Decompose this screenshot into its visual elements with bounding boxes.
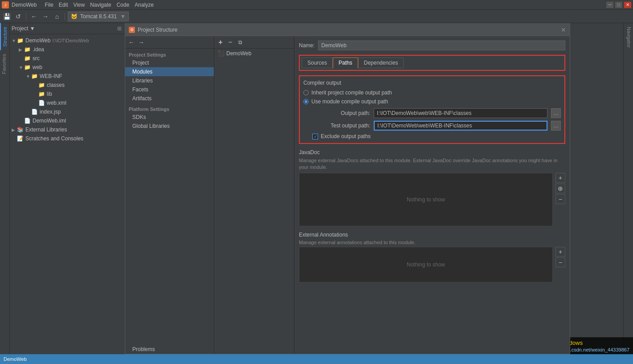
ps-nav-modules[interactable]: Modules — [125, 67, 214, 76]
favorites-tab[interactable]: Favorites — [0, 50, 9, 78]
project-structure-dialog: ⚙ Project Structure ✕ ← → Project Settin… — [125, 23, 570, 354]
copy-module-button[interactable]: ⧉ — [236, 38, 245, 47]
project-dropdown[interactable]: Project ▼ — [12, 25, 35, 32]
home-button[interactable]: ⌂ — [52, 12, 62, 21]
ps-nav-facets[interactable]: Facets — [125, 85, 214, 94]
left-panel-tabs: Structure Favorites — [0, 23, 10, 354]
add-module-button[interactable]: + — [216, 38, 225, 47]
ps-nav-sdks[interactable]: SDKs — [125, 113, 214, 122]
javadoc-description: Manage external JavaDocs attached to thi… — [299, 157, 565, 171]
tree-item-scratches[interactable]: 📝 Scratches and Consoles — [10, 134, 134, 143]
javadoc-add-button[interactable]: + — [555, 173, 565, 183]
app-title: DemoWeb — [12, 2, 37, 8]
javadoc-nothing: Nothing to show — [407, 196, 445, 203]
name-label: Name: — [299, 42, 314, 49]
name-input[interactable] — [318, 41, 565, 50]
run-config-dropdown[interactable]: 🐱 Tomcat 8.5.431 ▼ — [68, 12, 129, 21]
right-tab-1[interactable]: Navigator — [624, 23, 633, 51]
ext-annotations-title: External Annotations — [299, 232, 565, 238]
right-panel-tabs: Navigator — [623, 23, 633, 354]
menu-file[interactable]: File — [42, 1, 56, 9]
external-annotations-section: External Annotations Manage external ann… — [299, 232, 565, 282]
platform-settings-label: Platform Settings — [125, 103, 214, 113]
menu-analyze[interactable]: Analyze — [132, 1, 156, 9]
collapse-all-button[interactable]: ⊞ — [115, 25, 123, 33]
compiler-output-title: Compiler output — [303, 80, 561, 86]
tree-item-webxml[interactable]: 📄 web.xml — [10, 98, 134, 107]
forward-button[interactable]: → — [41, 12, 50, 21]
app-icon: J — [2, 1, 9, 8]
ps-nav-artifacts[interactable]: Artifacts — [125, 94, 214, 103]
ps-left-nav: ← → Project Settings Project Modules Lib… — [125, 36, 214, 354]
compiler-output-section: Compiler output Inherit project compile … — [299, 75, 565, 144]
save-all-button[interactable]: 💾 — [2, 12, 12, 21]
tabs-outline-box: Sources Paths Dependencies — [299, 55, 565, 71]
status-bar: DemoWeb — [0, 354, 633, 364]
ext-annotations-content: Nothing to show — [299, 247, 553, 282]
minimize-button[interactable]: ─ — [606, 2, 613, 8]
close-button[interactable]: ✕ — [624, 2, 631, 8]
tree-item-src[interactable]: 📁 src — [10, 54, 134, 63]
inherit-radio[interactable] — [303, 90, 309, 95]
ext-annotations-nothing: Nothing to show — [407, 262, 445, 268]
ext-annotations-remove-button[interactable]: − — [555, 258, 565, 267]
ext-annotations-description: Manage external annotations attached to … — [299, 240, 565, 245]
output-path-input[interactable] — [374, 108, 547, 118]
project-settings-label: Project Settings — [125, 49, 214, 58]
tree-item-indexjsp[interactable]: 📄 index.jsp — [10, 107, 134, 116]
ps-tabs: Sources Paths Dependencies — [302, 57, 563, 68]
exclude-label: Exclude output paths — [321, 133, 371, 139]
ps-nav-global-libraries[interactable]: Global Libraries — [125, 122, 214, 131]
test-output-path-label: Test output path: — [312, 123, 370, 129]
tab-dependencies[interactable]: Dependencies — [358, 57, 404, 68]
tree-item-webinf[interactable]: ▼ 📁 WEB-INF — [10, 72, 134, 81]
tab-paths[interactable]: Paths — [333, 57, 358, 69]
project-tree: ▼ 📁 DemoWeb I:\IOT\DemoWeb ▶ 📁 .idea 📁 s… — [10, 34, 134, 354]
ext-annotations-add-button[interactable]: + — [555, 247, 565, 257]
ps-close-button[interactable]: ✕ — [561, 26, 566, 33]
remove-module-button[interactable]: − — [226, 38, 235, 47]
tree-item-classes[interactable]: 📁 classes — [10, 81, 134, 90]
ps-module-list-panel: + − ⧉ ⬛ DemoWeb — [214, 36, 294, 354]
ps-title: Project Structure — [138, 27, 177, 33]
tree-item-external-libs[interactable]: ▶ 📚 External Libraries — [10, 125, 134, 134]
use-module-radio[interactable] — [303, 99, 309, 104]
tree-item-idea[interactable]: ▶ 📁 .idea — [10, 45, 134, 54]
javadoc-title: JavaDoc — [299, 149, 565, 155]
project-tree-panel: Project ▼ ⊞ ⚙ ▼ 📁 DemoWeb I:\IOT\DemoWeb… — [10, 23, 135, 354]
ps-details-panel: Name: Sources Paths Dependencies Compile… — [294, 36, 570, 354]
output-path-browse-button[interactable]: … — [551, 108, 561, 118]
ps-back-button[interactable]: ← — [127, 38, 136, 47]
status-text: DemoWeb — [4, 356, 27, 362]
tree-item-demoweb-root[interactable]: ▼ 📁 DemoWeb I:\IOT\DemoWeb — [10, 36, 134, 45]
output-path-label: Output path: — [312, 110, 370, 116]
test-output-path-input[interactable] — [374, 121, 547, 131]
tree-item-web[interactable]: ▼ 📁 web — [10, 63, 134, 72]
javadoc-add-url-button[interactable]: ⊕ — [555, 184, 565, 193]
exclude-checkbox[interactable]: ✓ — [312, 134, 318, 139]
sync-button[interactable]: ↺ — [13, 12, 23, 21]
ps-icon: ⚙ — [129, 27, 135, 33]
ps-nav-libraries[interactable]: Libraries — [125, 76, 214, 85]
back-button[interactable]: ← — [29, 12, 39, 21]
test-output-path-browse-button[interactable]: … — [551, 121, 561, 131]
structure-tab[interactable]: Structure — [0, 23, 9, 50]
menu-navigate[interactable]: Navigate — [87, 1, 114, 9]
use-module-radio-label: Use module compile output path — [311, 98, 388, 105]
ps-forward-button[interactable]: → — [137, 38, 146, 47]
javadoc-content: Nothing to show — [299, 173, 553, 226]
inherit-radio-label: Inherit project compile output path — [311, 90, 392, 96]
ps-nav-project[interactable]: Project — [125, 58, 214, 67]
tree-item-demoweb-iml[interactable]: 📄 DemoWeb.iml — [10, 116, 134, 125]
menu-code[interactable]: Code — [114, 1, 132, 9]
tree-item-lib[interactable]: 📁 lib — [10, 90, 134, 98]
menu-view[interactable]: View — [71, 1, 88, 9]
menu-edit[interactable]: Edit — [56, 1, 71, 9]
module-item-demoweb[interactable]: ⬛ DemoWeb — [214, 49, 294, 58]
tab-sources[interactable]: Sources — [302, 57, 333, 68]
maximize-button[interactable]: □ — [615, 2, 622, 8]
javadoc-section: JavaDoc Manage external JavaDocs attache… — [299, 149, 565, 226]
ps-nav-problems[interactable]: Problems — [125, 345, 214, 354]
javadoc-remove-button[interactable]: − — [555, 194, 565, 204]
